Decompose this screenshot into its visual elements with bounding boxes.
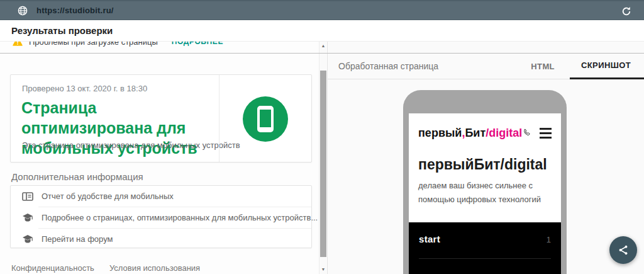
link-label: Перейти на форум [42,234,113,244]
results-header: Результаты проверки [0,20,644,42]
phone-mockup: первый,Бит/digital первыйБит/digital дел… [403,90,567,274]
menu-separator [419,258,551,259]
footer-links: Конфиденциальность Условия использования [11,263,200,273]
hamburger-menu-icon [540,128,552,139]
smartphone-icon [257,106,274,132]
rendered-page-panel: Обработанная страница HTML СКРИНШОТ перв… [327,42,644,274]
link-label: Подробнее о страницах, оптимизированных … [42,213,318,222]
phone-screenshot: первый,Бит/digital первыйБит/digital дел… [409,113,561,274]
logo-suffix: /digital [486,127,522,139]
privacy-link[interactable]: Конфиденциальность [11,263,94,273]
site-header: первый,Бит/digital [418,125,552,141]
logo-word1: первый [418,127,462,139]
globe-icon [18,6,28,16]
warning-icon [13,42,23,47]
forum-icon [22,234,33,244]
site-menu-section: start 1 [409,222,561,274]
tab-screenshot[interactable]: СКРИНШОТ [570,53,644,79]
reload-icon[interactable] [621,6,631,16]
rendered-page-header: Обработанная страница HTML СКРИНШОТ [328,53,644,79]
menu-item-number: 1 [547,235,551,244]
screenshot-view: первый,Бит/digital первыйБит/digital дел… [328,79,644,274]
warning-details-link[interactable]: ПОДРОБНЕЕ [172,42,223,46]
share-button[interactable] [609,236,637,264]
result-card: Проверено 13 окт. 2020 г. в 18:30 Страни… [10,74,312,163]
url-input[interactable]: https://studiobit.ru/ [36,6,114,15]
results-panel: Проблемы при загрузке страницы ПОДРОБНЕЕ… [0,42,327,274]
warning-label: Проблемы при загрузке страницы [29,42,158,47]
scroll-down-button[interactable]: ▼ [319,265,327,274]
link-learn-mobile-pages[interactable]: Подробнее о страницах, оптимизированных … [11,207,311,228]
page-title: Результаты проверки [11,25,113,36]
additional-info-title: Дополнительная информация [11,171,143,182]
card-divider [219,75,219,162]
link-mobile-usability-report[interactable]: Отчет об удобстве для мобильных [11,186,311,207]
verdict-description: Эта страница оптимизирована для мобильны… [22,140,240,150]
left-panel-scrollbar[interactable]: ▲ ▼ [319,42,326,274]
checked-timestamp: Проверено 13 окт. 2020 г. в 18:30 [22,84,147,93]
link-label: Отчет об удобстве для мобильных [42,191,174,201]
site-logo: первый,Бит/digital [418,127,522,140]
link-go-to-forum[interactable]: Перейти на форум [11,229,311,249]
view-tabs: HTML СКРИНШОТ [516,53,644,79]
scroll-up-button[interactable]: ▲ [319,42,327,50]
scroll-divider [0,53,644,54]
learn-icon [22,213,33,223]
warning-row[interactable]: Проблемы при загрузке страницы ПОДРОБНЕЕ [0,42,319,53]
additional-info-card: Отчет об удобстве для мобильных Подробне… [10,185,312,248]
share-icon [618,244,629,256]
terms-link[interactable]: Условия использования [109,263,200,273]
site-heading: первыйБит/digital [418,156,547,173]
report-icon [22,191,33,202]
scrollbar-thumb[interactable] [320,71,326,257]
browser-bar: https://studiobit.ru/ [0,0,644,20]
tab-html[interactable]: HTML [516,53,570,79]
mobile-friendly-badge [243,96,288,142]
menu-item-label: start [419,234,440,244]
menu-item-start: start 1 [419,234,551,244]
rendered-page-title: Обработанная страница [338,61,438,71]
phone-call-icon [522,127,532,139]
warning-row-clipped: Проблемы при загрузке страницы ПОДРОБНЕЕ [0,42,319,53]
site-tagline: делаем ваш бизнес сильнее с помощью цифр… [418,179,561,207]
logo-word2: Бит [465,127,486,139]
